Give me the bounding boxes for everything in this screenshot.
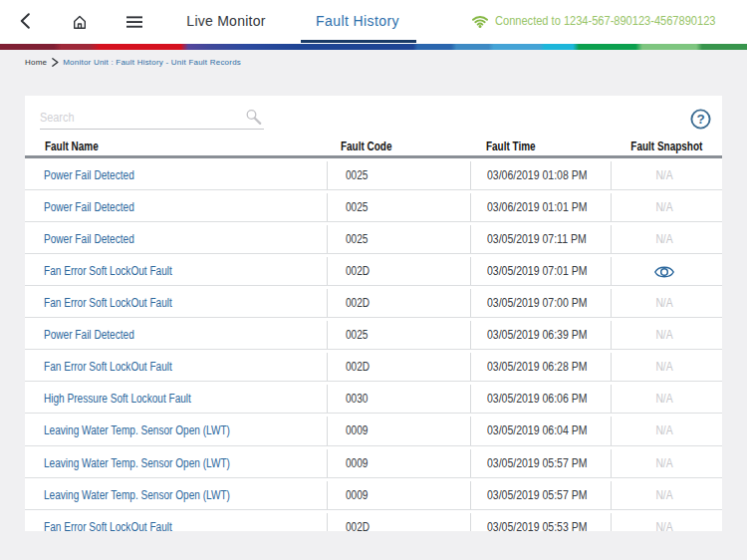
svg-text:?: ? [696,112,704,127]
